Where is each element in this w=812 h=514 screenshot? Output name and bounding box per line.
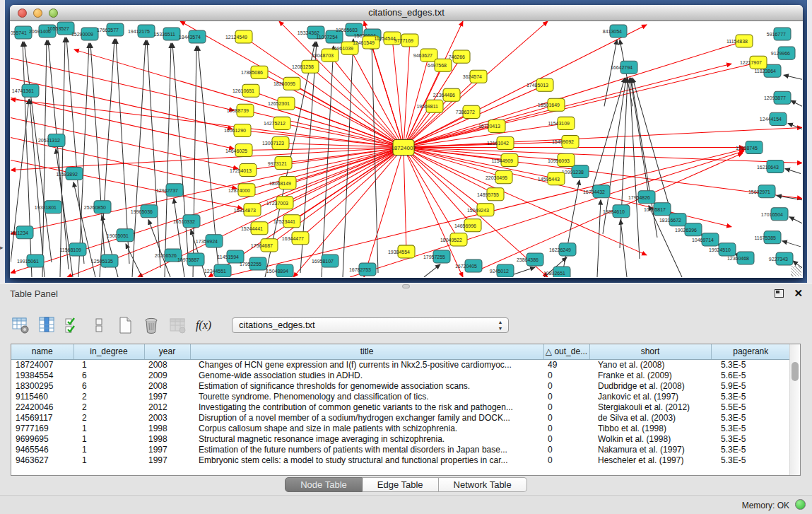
zoom-traffic-light-icon[interactable] xyxy=(49,8,58,18)
table-cell[interactable]: 0 xyxy=(543,402,589,412)
table-cell[interactable]: Tibbo et al. (1998) xyxy=(589,423,711,433)
table-cell[interactable]: 5.6E-5 xyxy=(711,370,790,380)
delete-column-button[interactable] xyxy=(142,316,160,334)
column-header-in-degree[interactable]: in_degree xyxy=(73,344,144,359)
table-scrollbar[interactable] xyxy=(789,344,800,475)
table-cell[interactable]: 2 xyxy=(73,391,144,402)
table-cell[interactable]: 5.3E-5 xyxy=(711,444,790,455)
column-header-name[interactable]: name xyxy=(11,344,73,359)
table-cell[interactable]: de Silva et al. (2003) xyxy=(589,412,711,423)
table-cell[interactable]: 0 xyxy=(543,370,589,380)
table-cell[interactable]: 1997 xyxy=(144,391,190,402)
column-header-title[interactable]: title xyxy=(190,344,543,359)
table-row[interactable]: 1938455462009Genome-wide association stu… xyxy=(11,370,790,380)
delete-table-button[interactable] xyxy=(168,316,187,334)
table-cell[interactable]: Yano et al. (2008) xyxy=(589,359,711,370)
table-cell[interactable]: Dudbridge et al. (2008) xyxy=(589,380,711,391)
table-cell[interactable]: 49 xyxy=(543,359,589,370)
table-cell[interactable]: 1998 xyxy=(144,423,190,433)
table-cell[interactable]: Corpus callosum shape and size in male p… xyxy=(190,423,543,433)
table-cell[interactable]: 1997 xyxy=(144,455,190,465)
table-cell[interactable]: Wolkin et al. (1998) xyxy=(589,433,711,444)
table-cell[interactable]: 0 xyxy=(543,433,589,444)
network-table-select[interactable]: citations_edges.txt ▲▼ xyxy=(232,317,509,333)
table-cell[interactable]: 5.3E-5 xyxy=(711,433,790,444)
table-row[interactable]: 977716911998Corpus callosum shape and si… xyxy=(11,423,790,433)
column-header-out-de-[interactable]: △ out_de... xyxy=(543,344,589,359)
table-scrollbar-thumb[interactable] xyxy=(792,362,799,381)
table-cell[interactable]: Changes of HCN gene expression and I(f) … xyxy=(190,359,543,370)
column-header-year[interactable]: year xyxy=(144,344,190,359)
table-cell[interactable]: 2008 xyxy=(144,359,190,370)
tab-node-table[interactable]: Node Table xyxy=(285,477,363,492)
table-cell[interactable]: 9699695 xyxy=(11,433,73,444)
table-row[interactable]: 1872400712008Changes of HCN gene express… xyxy=(11,359,790,370)
table-row[interactable]: 969969511998Structural magnetic resonanc… xyxy=(11,433,790,444)
table-cell[interactable]: 5.3E-5 xyxy=(711,455,790,465)
table-cell[interactable]: Hescheler et al. (1997) xyxy=(589,455,711,465)
table-cell[interactable]: 1 xyxy=(73,423,144,433)
table-cell[interactable]: 14569117 xyxy=(11,412,73,423)
table-cell[interactable]: 0 xyxy=(543,380,589,391)
table-cell[interactable]: 1997 xyxy=(144,444,190,455)
column-header-pagerank[interactable]: pagerank xyxy=(711,344,790,359)
table-cell[interactable]: Genome-wide association studies in ADHD. xyxy=(190,370,543,380)
table-cell[interactable]: 1 xyxy=(73,433,144,444)
table-cell[interactable]: 9463627 xyxy=(11,455,73,465)
table-cell[interactable]: Embryonic stem cells: a model to study s… xyxy=(190,455,543,465)
column-select-button[interactable] xyxy=(64,316,82,334)
table-cell[interactable]: 5.3E-5 xyxy=(711,423,790,433)
table-cell[interactable]: Jankovic et al. (1997) xyxy=(589,391,711,402)
table-cell[interactable]: Estimation of significance thresholds fo… xyxy=(190,380,543,391)
minimize-traffic-light-icon[interactable] xyxy=(33,8,42,18)
table-cell[interactable]: 5.3E-5 xyxy=(711,391,790,402)
table-cell[interactable]: Disruption of a novel member of a sodium… xyxy=(190,412,543,423)
column-header-short[interactable]: short xyxy=(589,344,711,359)
row-toggle-button[interactable] xyxy=(90,316,108,334)
table-cell[interactable]: 6 xyxy=(73,370,144,380)
resize-grip-icon[interactable] xyxy=(791,266,801,276)
table-cell[interactable]: 0 xyxy=(543,444,589,455)
table-cell[interactable]: 0 xyxy=(543,455,589,465)
table-cell[interactable]: 9465546 xyxy=(11,444,73,455)
table-cell[interactable]: 1 xyxy=(73,455,144,465)
table-cell[interactable]: 6 xyxy=(73,380,144,391)
tab-network-table[interactable]: Network Table xyxy=(439,477,527,492)
create-column-button[interactable] xyxy=(116,316,134,334)
table-cell[interactable]: 5.3E-5 xyxy=(711,412,790,423)
table-row[interactable]: 911546021997Tourette syndrome. Phenomeno… xyxy=(11,391,790,402)
table-cell[interactable]: 18300295 xyxy=(11,380,73,391)
table-cell[interactable]: 5.3E-5 xyxy=(711,359,790,370)
table-cell[interactable]: 0 xyxy=(543,391,589,402)
table-cell[interactable]: 2008 xyxy=(144,380,190,391)
table-cell[interactable]: 2009 xyxy=(144,370,190,380)
table-mode-button[interactable] xyxy=(11,316,30,334)
table-cell[interactable]: Structural magnetic resonance image aver… xyxy=(190,433,543,444)
table-cell[interactable]: 1 xyxy=(73,444,144,455)
tab-edge-table[interactable]: Edge Table xyxy=(363,477,439,492)
table-cell[interactable]: 9777169 xyxy=(11,423,73,433)
table-cell[interactable]: 22420046 xyxy=(11,402,73,412)
close-panel-icon[interactable]: ✕ xyxy=(794,287,803,300)
table-row[interactable]: 2242004622012Investigating the contribut… xyxy=(11,402,790,412)
function-builder-button[interactable]: f(x) xyxy=(194,316,213,334)
network-window-titlebar[interactable]: citations_edges.txt xyxy=(10,5,803,21)
table-row[interactable]: 946554611997Estimation of the future num… xyxy=(11,444,790,455)
table-cell[interactable]: 18724007 xyxy=(11,359,73,370)
table-cell[interactable]: Estimation of the future numbers of pati… xyxy=(190,444,543,455)
table-cell[interactable]: 9115460 xyxy=(11,391,73,402)
table-cell[interactable]: 2012 xyxy=(144,402,190,412)
table-cell[interactable]: Nakamura et al. (1997) xyxy=(589,444,711,455)
table-cell[interactable]: 5.9E-5 xyxy=(711,380,790,391)
column-visibility-button[interactable] xyxy=(37,316,56,334)
table-cell[interactable]: 2003 xyxy=(144,412,190,423)
table-cell[interactable]: 5.5E-5 xyxy=(711,402,790,412)
table-cell[interactable]: 19384554 xyxy=(11,370,73,380)
table-cell[interactable]: 0 xyxy=(543,423,589,433)
table-cell[interactable]: 0 xyxy=(543,412,589,423)
table-row[interactable]: 1830029562008Estimation of significance … xyxy=(11,380,790,391)
table-cell[interactable]: Stergiakouli et al. (2012) xyxy=(589,402,711,412)
table-cell[interactable]: 1998 xyxy=(144,433,190,444)
table-cell[interactable]: 1 xyxy=(73,359,144,370)
table-cell[interactable]: Investigating the contribution of common… xyxy=(190,402,543,412)
